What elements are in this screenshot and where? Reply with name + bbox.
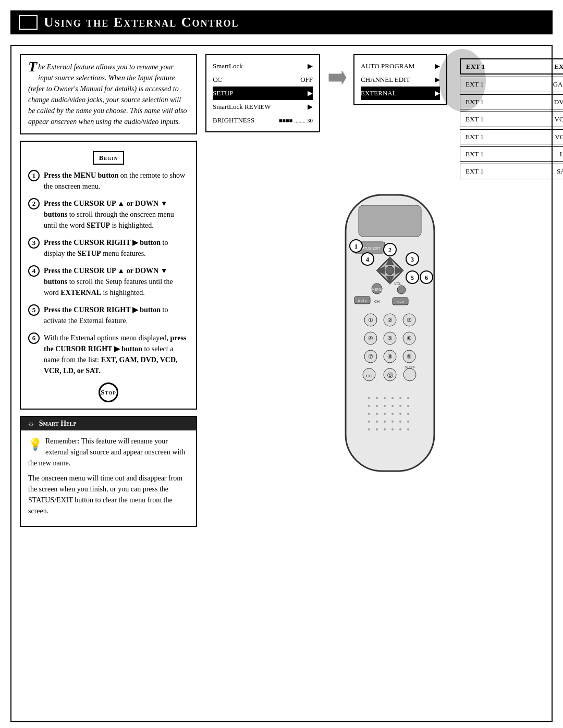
svg-point-71 [391,428,394,430]
smart-help-body: 💡 Remember: This feature will rename you… [21,430,196,526]
svg-point-46 [384,397,386,399]
step-4: 4 Press the CURSOR UP ▲ or DOWN ▼ button… [28,265,189,298]
setup-label-external: EXTERNAL [361,87,397,100]
svg-point-72 [399,428,401,430]
smart-help-box: ☼ Smart Help 💡 Remember: This feature wi… [20,416,197,527]
svg-text:6: 6 [425,274,428,281]
top-screens: SmartLock ▶ CC OFF SETUP ▶ SmartLock REV… [205,54,563,179]
setup-row-channel-edit: CHANNEL EDIT ▶ [361,73,440,87]
step-5: 5 Press the CURSOR RIGHT ▶ button to act… [28,304,189,326]
svg-text:CH: CH [374,300,380,303]
drop-cap: T [28,59,37,74]
svg-rect-2 [359,205,421,237]
setup-label-channel-edit: CHANNEL EDIT [361,73,410,87]
left-column: T he External feature allows you to rena… [20,54,197,713]
svg-point-45 [376,397,378,399]
remote-svg: STATUS/EXIT MENU VOL [317,190,463,492]
ext-row-dvd: EXT 1 DVD [460,94,563,109]
svg-text:4: 4 [366,256,369,263]
setup-arrow-auto-program: ▶ [435,59,440,73]
svg-point-73 [407,428,409,430]
svg-text:⑥: ⑥ [407,335,412,341]
svg-text:⓪: ⓪ [387,372,393,378]
lightbulb-icon: ☼ [27,419,35,428]
menu-row-setup: SETUP ▶ [213,87,313,100]
svg-point-70 [384,428,386,430]
menu-arrow-smartlock: ▶ [308,59,313,73]
svg-point-47 [391,397,394,399]
page-title: Using the External Control [44,15,239,30]
svg-point-14 [397,286,406,294]
ext-value-ext: EXT [554,60,563,72]
svg-text:VOL: VOL [394,282,401,286]
svg-point-68 [368,428,370,430]
svg-text:③: ③ [407,317,412,323]
ext-row-vcd: EXT 1 VCD [460,112,563,127]
setup-arrow-channel-edit: ▶ [435,73,440,87]
setup-menu-screen: AUTO PROGRAM ▶ CHANNEL EDIT ▶ EXTERNAL ▶ [353,54,447,105]
ext-options-list: EXT 1 EXT EXT 1 GAM EXT 1 DVD EXT 1 VCD … [460,58,563,179]
stop-circle: Stop [99,382,118,402]
svg-point-53 [391,405,394,407]
svg-text:⑦: ⑦ [368,353,373,360]
begin-label: Begin [93,151,125,165]
smart-help-header: ☼ Smart Help [21,417,196,430]
step-1: 1 Press the MENU button on the remote to… [28,170,189,192]
svg-text:3: 3 [411,256,414,263]
svg-point-59 [391,413,394,415]
step-text-1: Press the MENU button on the remote to s… [44,170,189,192]
ext-row-ld: EXT 1 LD [460,146,563,162]
smart-help-para-1: 💡 Remember: This feature will rename you… [28,436,189,468]
svg-text:CC: CC [366,374,372,378]
header-box-icon [19,15,38,30]
menu-row-smartlock: SmartLock ▶ [213,59,313,73]
svg-point-52 [384,405,386,407]
menu-value-brightness: ■■■■ ........ 30 [279,115,313,126]
ext-label-7: EXT 1 [466,165,484,177]
menu-label-setup: SETUP [213,87,234,100]
svg-point-50 [368,405,370,407]
svg-point-58 [384,413,386,415]
ext-label-6: EXT 1 [466,148,484,160]
step-3: 3 Press the CURSOR RIGHT ▶ button to dis… [28,237,189,259]
ext-label-2: EXT 1 [466,78,484,90]
menu-connector-arrow [326,70,347,85]
remote-illustration: STATUS/EXIT MENU VOL [205,190,563,492]
ext-value-vcd: VCD [555,113,563,125]
svg-text:①: ① [368,317,373,323]
intro-text: he External feature allows you to rename… [28,63,187,126]
svg-point-57 [376,413,378,415]
ext-row-ext: EXT 1 EXT [460,58,563,75]
setup-row-auto-program: AUTO PROGRAM ▶ [361,59,440,73]
lightbulb-float-icon: 💡 [28,436,42,453]
svg-point-62 [368,421,370,423]
smart-help-title: Smart Help [39,419,77,428]
svg-text:2: 2 [388,246,391,254]
setup-row-external: EXTERNAL ▶ [361,87,440,100]
menu-label-smartlock: SmartLock [213,59,243,73]
begin-wrap: Begin [28,148,189,170]
ext-value-vcr: VCR [555,131,563,143]
menu-label-cc: CC [213,73,222,87]
setup-label-auto-program: AUTO PROGRAM [361,59,414,73]
svg-point-54 [399,405,401,407]
step-text-4: Press the CURSOR UP ▲ or DOWN ▼ buttons … [44,265,189,298]
menu-row-brightness: BRIGHTNESS ■■■■ ........ 30 [213,114,313,127]
svg-point-55 [407,405,409,407]
svg-point-69 [376,428,378,430]
steps-box: Begin 1 Press the MENU button on the rem… [20,141,197,410]
menu-arrow-setup: ▶ [308,87,313,100]
svg-point-65 [391,421,394,423]
ext-value-sat: SAT [557,165,563,177]
svg-point-10 [386,266,394,275]
step-num-2: 2 [28,198,40,209]
menu-row-cc: CC OFF [213,73,313,87]
main-content: T he External feature allows you to rena… [10,45,553,722]
svg-point-61 [407,413,409,415]
right-column: SmartLock ▶ CC OFF SETUP ▶ SmartLock REV… [205,54,563,713]
step-num-1: 1 [28,170,40,181]
step-num-4: 4 [28,265,40,277]
step-text-2: Press the CURSOR UP ▲ or DOWN ▼ buttons … [44,198,189,231]
step-num-5: 5 [28,304,40,316]
svg-text:A/CH: A/CH [397,300,404,303]
